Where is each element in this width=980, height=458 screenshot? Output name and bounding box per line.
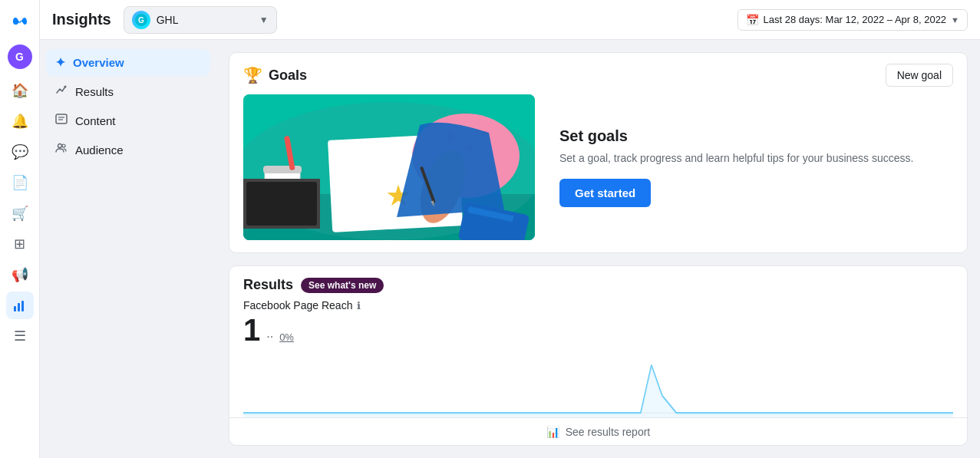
svg-rect-2 — [21, 301, 24, 311]
goals-description: Set a goal, track progress and learn hel… — [559, 151, 953, 166]
goals-header: 🏆 Goals New goal — [229, 53, 967, 94]
top-header: Insights G GHL ▼ 📅 Last 28 days: Mar 12,… — [40, 0, 980, 40]
svg-point-6 — [64, 86, 67, 88]
page-title: Insights — [52, 11, 111, 28]
chart-container — [229, 348, 967, 417]
sidebar-label-overview: Overview — [73, 56, 124, 69]
sidebar-label-results: Results — [75, 85, 114, 98]
see-results-label: See results report — [566, 426, 651, 438]
svg-point-11 — [62, 144, 65, 147]
svg-text:G: G — [138, 16, 144, 25]
sidebar-item-audience[interactable]: Audience — [46, 136, 210, 163]
results-title: Results — [243, 277, 293, 293]
get-started-button[interactable]: Get started — [559, 179, 651, 207]
goals-title-row: 🏆 Goals — [243, 66, 307, 84]
svg-rect-0 — [14, 306, 16, 311]
content-icon — [55, 113, 68, 128]
results-chart — [243, 348, 953, 417]
results-header: Results See what's new — [229, 266, 967, 298]
content-area: ✦ Overview Results — [40, 40, 980, 458]
chat-icon[interactable]: 💬 — [6, 138, 34, 166]
sidebar-label-content: Content — [75, 114, 116, 127]
date-range-selector[interactable]: 📅 Last 28 days: Mar 12, 2022 – Apr 8, 20… — [737, 9, 968, 31]
goals-illustration: ★ — [243, 94, 535, 240]
svg-rect-33 — [246, 182, 317, 226]
goals-title: Goals — [269, 68, 307, 84]
page-selector[interactable]: G GHL ▼ — [124, 6, 277, 34]
metric-dots: ·· — [266, 330, 273, 344]
audience-icon — [55, 142, 68, 157]
overview-icon: ✦ — [55, 55, 65, 70]
table-icon[interactable]: ⊞ — [6, 230, 34, 258]
date-range-arrow-icon: ▼ — [951, 15, 959, 25]
sidebar-item-content[interactable]: Content — [46, 107, 210, 134]
svg-rect-1 — [18, 303, 20, 311]
date-range-text: Last 28 days: Mar 12, 2022 – Apr 8, 2022 — [764, 14, 947, 25]
goals-card: 🏆 Goals New goal — [229, 52, 968, 253]
shop-icon[interactable]: 🛒 — [6, 199, 34, 227]
report-icon: 📊 — [546, 426, 559, 438]
dropdown-arrow-icon: ▼ — [259, 15, 269, 25]
meta-logo-icon[interactable] — [6, 8, 34, 35]
menu-icon[interactable]: ☰ — [6, 322, 34, 350]
svg-rect-26 — [263, 166, 302, 173]
svg-marker-37 — [243, 366, 953, 418]
chart-icon[interactable] — [6, 292, 34, 319]
calendar-icon: 📅 — [746, 14, 759, 26]
goals-set-title: Set goals — [559, 127, 953, 145]
svg-rect-7 — [56, 114, 67, 124]
info-icon[interactable]: ℹ — [357, 300, 361, 311]
metric-label-text: Facebook Page Reach — [243, 299, 352, 311]
trophy-icon: 🏆 — [243, 66, 262, 84]
new-goal-button[interactable]: New goal — [886, 64, 953, 87]
bell-icon[interactable]: 🔔 — [6, 107, 34, 135]
results-metric-label: Facebook Page Reach ℹ — [229, 298, 967, 315]
svg-point-10 — [58, 144, 62, 148]
results-metric-value: 1 ·· 0% — [229, 315, 967, 348]
results-icon — [55, 84, 68, 99]
home-icon[interactable]: 🏠 — [6, 77, 34, 104]
icon-rail: G 🏠 🔔 💬 📄 🛒 ⊞ 📢 ☰ — [0, 0, 40, 458]
pages-icon[interactable]: 📄 — [6, 169, 34, 196]
metric-number: 1 — [243, 315, 260, 345]
goals-text-block: Set goals Set a goal, track progress and… — [559, 127, 953, 207]
results-card: Results See what's new Facebook Page Rea… — [229, 265, 968, 446]
sidebar-label-audience: Audience — [75, 143, 124, 157]
sidebar-item-overview[interactable]: ✦ Overview — [46, 49, 210, 76]
main-panel: 🏆 Goals New goal — [216, 40, 980, 458]
sidebar-item-results[interactable]: Results — [46, 77, 210, 105]
see-whats-new-badge[interactable]: See what's new — [301, 278, 384, 293]
megaphone-icon[interactable]: 📢 — [6, 261, 34, 288]
user-avatar-rail[interactable]: G — [8, 44, 32, 69]
page-selector-avatar: G — [132, 11, 150, 29]
see-results-button[interactable]: 📊 See results report — [229, 417, 967, 446]
goals-content: ★ — [229, 94, 967, 253]
metric-change: 0% — [279, 331, 294, 343]
sidebar: ✦ Overview Results — [40, 40, 216, 458]
main-container: Insights G GHL ▼ 📅 Last 28 days: Mar 12,… — [40, 0, 980, 458]
page-name: GHL — [157, 14, 253, 26]
